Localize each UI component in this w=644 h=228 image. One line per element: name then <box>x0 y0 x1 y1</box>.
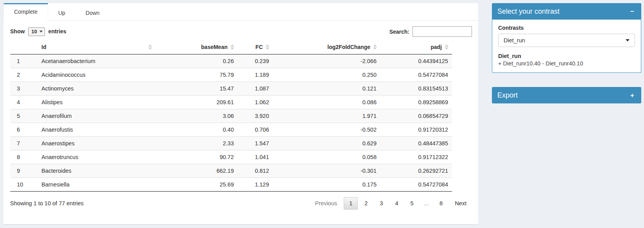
pagination-page-8[interactable]: 8 <box>434 197 448 210</box>
table-cell: 0.06854729 <box>380 109 452 123</box>
table-cell: 1.189 <box>238 68 273 82</box>
table-cell: Bacteroides <box>38 164 156 178</box>
table-cell: 0.812 <box>238 164 273 178</box>
pagination-next[interactable]: Next <box>449 197 472 210</box>
table-cell: 25.69 <box>156 178 238 192</box>
column-header-index[interactable] <box>10 40 38 54</box>
show-label: Show <box>10 28 25 34</box>
table-cell: 0.89258869 <box>380 96 452 109</box>
expand-plus-icon[interactable]: + <box>629 91 636 100</box>
table-cell: Actinomyces <box>38 82 156 96</box>
results-table: Id baseMean FC log2FoldChange padj <box>10 40 452 192</box>
table-cell: Barnesiella <box>38 178 156 192</box>
pagination-previous[interactable]: Previous <box>310 197 343 210</box>
table-row: 10Barnesiella25.691.1290.1750.54727084 <box>10 178 452 192</box>
contrast-panel-header: Select your contrast − <box>492 3 641 20</box>
table-cell: 0.706 <box>238 123 273 137</box>
table-row: 9Bacteroides662.190.812-0.3010.26292721 <box>10 164 452 178</box>
column-header-padj[interactable]: padj <box>380 40 452 54</box>
search-input[interactable] <box>413 26 472 37</box>
table-cell: 8 <box>10 150 38 164</box>
column-header-label: baseMean <box>201 44 228 50</box>
tab-complete[interactable]: Complete <box>4 3 48 21</box>
table-cell: 2 <box>10 68 38 82</box>
table-row: 1Acetanaerobacterium0.260.239-2.0660.443… <box>10 54 452 68</box>
table-cell: 3.920 <box>238 109 273 123</box>
table-cell: Acidaminococcus <box>38 68 156 82</box>
results-panel: Complete Up Down Show 10 entries Search: <box>4 3 478 224</box>
contrast-panel: Select your contrast − Contrasts Diet_ru… <box>492 3 641 73</box>
contrast-select[interactable]: Diet_run <box>498 34 635 47</box>
table-cell: 0.26292721 <box>380 164 452 178</box>
table-row: 3Actinomyces15.471.0870.1210.83154513 <box>10 82 452 96</box>
sort-both-icon <box>148 44 152 50</box>
table-cell: 0.83154513 <box>380 82 452 96</box>
table-cell: 1.971 <box>273 109 380 123</box>
sort-both-icon <box>373 44 377 50</box>
table-cell: 9 <box>10 164 38 178</box>
pagination-page-5[interactable]: 5 <box>405 197 419 210</box>
column-header-id[interactable]: Id <box>38 40 156 54</box>
pagination-page-2[interactable]: 2 <box>359 197 373 210</box>
table-cell: 1.041 <box>238 150 273 164</box>
pagination-pages: 12345…8 <box>343 197 448 210</box>
table-cell: -2.066 <box>273 54 380 68</box>
tab-up[interactable]: Up <box>48 3 75 20</box>
table-cell: -0.502 <box>273 123 380 137</box>
table-row: 5Anaerofilum3.063.9201.9710.06854729 <box>10 109 452 123</box>
search-control: Search: <box>389 26 472 37</box>
contrast-detail-formula: + Diet_runr10.40 - Diet_runr40.10 <box>498 60 635 67</box>
table-cell: 0.54727084 <box>380 178 452 192</box>
table-cell: 0.54727084 <box>380 68 452 82</box>
table-cell: 1 <box>10 54 38 68</box>
column-header-log2foldchange[interactable]: log2FoldChange <box>273 40 380 54</box>
pagination-page-1[interactable]: 1 <box>344 197 358 210</box>
table-cell: 3 <box>10 82 38 96</box>
table-cell: Anaerostipes <box>38 137 156 150</box>
table-row: 6Anaerofustis0.400.706-0.5020.91720312 <box>10 123 452 137</box>
export-panel-title: Export <box>497 91 518 100</box>
table-cell: 90.72 <box>156 150 238 164</box>
table-cell: 3.06 <box>156 109 238 123</box>
table-cell: 0.91712322 <box>380 150 452 164</box>
contrast-detail-title: Diet_run <box>498 53 635 59</box>
table-cell: 1.129 <box>238 178 273 192</box>
table-cell: 0.175 <box>273 178 380 192</box>
table-header-row: Id baseMean FC log2FoldChange padj <box>10 40 452 54</box>
page-length-value: 10 <box>31 29 37 34</box>
table-cell: Anaerotruncus <box>38 150 156 164</box>
contrasts-label: Contrasts <box>498 25 635 31</box>
table-cell: 1.547 <box>238 137 273 150</box>
table-row: 7Anaerostipes2.331.5470.6290.48447385 <box>10 137 452 150</box>
table-cell: 0.40 <box>156 123 238 137</box>
table-cell: 2.33 <box>156 137 238 150</box>
table-cell: 5 <box>10 109 38 123</box>
pagination-page-4[interactable]: 4 <box>389 197 404 210</box>
table-cell: 662.19 <box>156 164 238 178</box>
entries-label: entries <box>48 28 66 34</box>
table-cell: 0.086 <box>273 96 380 109</box>
table-row: 2Acidaminococcus75.791.1890.2500.5472708… <box>10 68 452 82</box>
chevron-down-icon <box>626 39 630 42</box>
search-label: Search: <box>389 29 409 35</box>
export-panel-header[interactable]: Export + <box>492 87 641 103</box>
table-cell: 10 <box>10 178 38 192</box>
caret-down-icon <box>39 31 43 33</box>
column-header-basemean[interactable]: baseMean <box>156 40 238 54</box>
column-header-label: padj <box>431 44 442 50</box>
table-controls: Show 10 entries Search: <box>4 21 478 39</box>
table-cell: 1.087 <box>238 82 273 96</box>
page-length-select[interactable]: 10 <box>28 27 45 36</box>
table-cell: Anaerofustis <box>38 123 156 137</box>
column-header-label: FC <box>255 44 263 50</box>
contrast-panel-title: Select your contrast <box>497 7 560 16</box>
table-cell: 6 <box>10 123 38 137</box>
table-row: 8Anaerotruncus90.721.0410.0580.91712322 <box>10 150 452 164</box>
column-header-label: log2FoldChange <box>327 44 370 50</box>
table-cell: 0.629 <box>273 137 380 150</box>
column-header-fc[interactable]: FC <box>238 40 273 54</box>
collapse-minus-icon[interactable]: − <box>629 7 636 16</box>
table-cell: 75.79 <box>156 68 238 82</box>
tab-down[interactable]: Down <box>75 3 110 20</box>
pagination-page-3[interactable]: 3 <box>374 197 388 210</box>
